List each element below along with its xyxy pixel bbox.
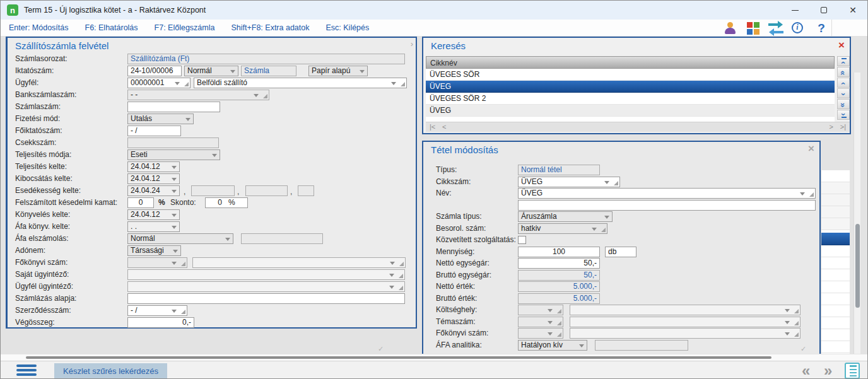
netto-egysegar-input[interactable]: 50,- [518,258,600,269]
fokonyvi-nev-combo[interactable] [192,257,406,268]
nev-extra-input[interactable] [518,200,816,211]
field-label: Áfa könyv. kelte: [15,222,70,231]
document-list-icon[interactable] [845,363,860,379]
scroll-top-button[interactable]: ‹ [837,56,850,66]
nav-next-icon[interactable]: > [830,123,833,131]
esedekesseg-extra-1[interactable] [191,185,235,196]
afa-analitika-extra[interactable] [595,340,688,351]
besorol-szam-combo[interactable]: hatkiv [518,223,607,234]
vegosszeg-field[interactable]: 0,- [127,317,194,328]
page-prev-icon[interactable]: « [802,361,810,379]
scroll-page-down-button[interactable]: » [837,99,850,109]
scroll-page-up-button[interactable]: « [837,67,850,77]
close-button[interactable]: ✕ [838,1,867,20]
field-label: Csekkszám: [15,138,56,148]
afa-analitika-select[interactable]: Hatályon kív [518,340,587,351]
esedekesseg-extra-2[interactable] [245,185,288,196]
menu-item-elolegszamla[interactable]: F7: Előlegszámla [146,23,223,32]
item-fokonyvi-code-combo[interactable] [518,328,563,339]
item-modify-close-icon[interactable]: × [808,143,814,154]
item-fokonyvi-name-combo[interactable] [570,328,801,339]
scroll-bottom-button[interactable]: › [837,110,850,120]
help-icon[interactable]: ? [814,21,829,35]
skonto-input[interactable]: 0% [205,197,248,208]
kozvetitett-checkbox[interactable] [518,236,526,244]
apps-grid-icon[interactable] [746,21,761,35]
menu-item-modositas[interactable]: Enter: Módosítás [1,23,77,32]
lookup-icon [263,94,267,98]
menu-item-kilepes[interactable]: Esc: Kilépés [317,23,377,32]
cikkszam-combo[interactable]: ÜVEG [518,177,620,187]
temaszam-name-combo[interactable] [570,317,801,327]
search-result-row[interactable]: ÜVEGES SÖR 2 [426,93,835,105]
szamlaszam-input[interactable] [127,102,220,112]
search-result-row-selected[interactable]: ÜVEG [426,81,835,93]
afa-elszamolas-extra[interactable] [241,233,323,244]
foiktatoszam-input[interactable]: - / [127,125,181,136]
invoice-form-panel: Szállítószámla felvétel › Számlasorozat:… [6,37,417,329]
teljesites-modja-select[interactable]: Eseti [127,149,220,160]
info-icon[interactable]: i [791,21,806,35]
menu-item-elhatarolas[interactable]: F6: Elhatárolás [77,23,146,32]
page-next-icon[interactable]: » [824,361,832,379]
sajat-ugyintezo-combo[interactable] [127,269,405,280]
mennyiseg-input[interactable]: 100 [518,247,600,257]
nav-first-icon[interactable]: |< [430,123,435,131]
horizontal-scrollbar-thumb[interactable] [26,356,771,359]
minimize-button[interactable] [780,1,809,20]
medium-select[interactable]: Papír alapú [308,66,368,76]
ugyfel-code-combo[interactable]: 00000001 [127,78,191,88]
ugyfel-name-combo[interactable]: Belföldi szállító [194,78,407,88]
nev-combo[interactable]: ÜVEG [518,188,816,199]
fizetesi-mod-select[interactable]: Utalás [127,114,194,124]
kesedelmi-kamat-input[interactable]: 0 [127,197,154,208]
esedekesseg-extra-3[interactable] [298,185,314,196]
transfer-arrows-icon[interactable] [768,21,783,35]
nav-prev-icon[interactable]: < [442,123,446,131]
csekkszam-input[interactable] [127,137,219,148]
search-result-row[interactable]: ÜVEGES SÖR [426,69,835,81]
lookup-icon [614,181,618,185]
iktatoszam-input[interactable]: 24-10/00006 [127,66,182,76]
field-label: Besorol. szám: [436,224,486,233]
konyveles-kelte-date[interactable]: 24.04.12 [127,209,180,220]
kibocsatas-kelte-date[interactable]: 24.04.12 [127,173,180,184]
nav-last-icon[interactable]: >| [840,123,846,131]
szamlazas-alapja-input[interactable] [127,293,405,304]
menu-item-extra-adatok[interactable]: Shift+F8: Extra adatok [223,23,317,32]
separator: , [237,187,239,196]
fokonyvi-szam-combo[interactable] [127,257,187,268]
iktatoszam-type-select[interactable]: Normál [184,66,238,76]
temaszam-code-combo[interactable] [518,317,563,327]
scroll-up-button[interactable]: ‹ [837,78,850,88]
horizontal-scrollbar[interactable] [1,354,868,361]
afa-elszamolas-select[interactable]: Normál [127,233,233,244]
szamla-tipus-select[interactable]: Áruszámla [518,211,613,222]
keszlet-szures-button[interactable]: Készlet szűrés lekérdezés [54,363,167,378]
search-hscrollbar[interactable]: |< < > >| [426,122,850,132]
adonem-select[interactable]: Társasági [127,245,181,256]
koltseghely-code-combo[interactable] [518,305,563,315]
column-header-cikknev[interactable]: Cikknév [426,56,835,69]
hamburger-menu-icon[interactable] [16,364,37,377]
maximize-button[interactable] [809,1,838,20]
bankszamlaszam-combo[interactable]: - - [127,90,269,100]
teljesites-kelte-date[interactable]: 24.04.12 [127,161,180,172]
szerzodesszam-combo[interactable]: - / [127,305,187,316]
panel-collapse-icon[interactable]: › [411,39,413,49]
koltseghely-name-combo[interactable] [570,305,801,315]
invoice-form-title: Szállítószámla felvétel [15,40,108,51]
scroll-down-button[interactable]: › [837,88,850,98]
vertical-scrollbar[interactable] [853,73,860,354]
mennyiseg-unit-field[interactable]: db [605,247,636,257]
afa-konyv-kelte-date[interactable]: . . [127,221,180,232]
esedekesseg-kelte-date[interactable]: 24.04.24 [127,185,180,196]
user-icon[interactable] [723,21,738,35]
search-result-row[interactable]: ÜVEG [426,105,835,117]
chevron-down-icon [172,190,177,193]
ugyfel-ugyintezo-combo[interactable] [127,281,405,292]
doc-type-field[interactable]: Számla [241,66,296,76]
szamlasorozat-field[interactable]: Szállítózámla (Ft) [127,54,405,64]
search-close-icon[interactable]: × [838,40,845,50]
vertical-scrollbar-thumb[interactable] [855,224,860,308]
